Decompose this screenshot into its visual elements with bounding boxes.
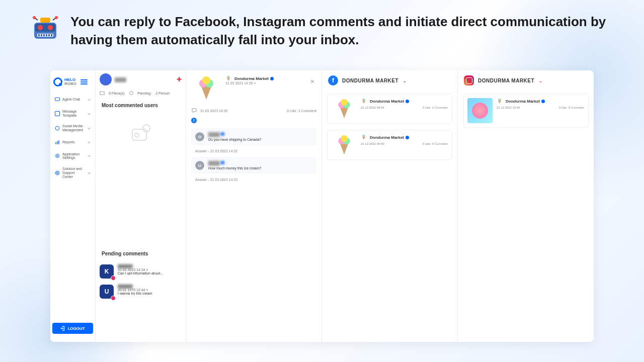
verified-icon <box>406 100 409 103</box>
timestamp: 20 01 1970 12:44 » <box>118 288 182 292</box>
sidebar-item-reports[interactable]: Reports <box>52 136 93 148</box>
channel-header-facebook[interactable]: f DONDURMA MARKET ⌄ <box>322 70 457 90</box>
commenter-name-blurred: ████ <box>208 161 312 165</box>
column-thread: Dondurma Market 31 03 2023 14:35 » × 31 … <box>186 70 322 342</box>
pending-comment-item[interactable]: U ██████ 20 01 1970 12:44 » I wanna try … <box>96 282 186 302</box>
comment-preview: Can I get information about... <box>118 272 182 275</box>
logout-button[interactable]: LOGOUT <box>52 323 93 334</box>
close-button[interactable]: × <box>308 75 316 101</box>
avatar: U <box>100 285 114 299</box>
svg-rect-11 <box>40 18 50 23</box>
clock-icon <box>129 90 134 96</box>
chat-icon <box>54 97 60 103</box>
svg-point-27 <box>129 92 133 95</box>
logout-icon <box>60 326 65 331</box>
sidebar-item-support[interactable]: Solution and Support Center <box>52 164 93 182</box>
social-icon <box>54 125 60 131</box>
instagram-badge-icon <box>111 276 116 281</box>
svg-marker-31 <box>201 86 211 100</box>
chevron-down-icon <box>87 98 91 102</box>
svg-point-25 <box>57 172 58 173</box>
post-header: Dondurma Market 31 03 2023 14:35 » × <box>186 70 321 106</box>
reports-icon <box>54 139 60 145</box>
svg-marker-49 <box>362 137 365 140</box>
svg-rect-19 <box>55 142 56 144</box>
logo-text: HELOROBO <box>64 78 76 86</box>
column-instagram: DONDURMA MARKET ⌄ Dondurma Market 21 12 … <box>458 70 594 342</box>
svg-marker-45 <box>340 144 349 155</box>
column-inbox: ████ ✚ 0 Piece(s) Pending: 2 Person Most… <box>96 70 186 342</box>
svg-rect-20 <box>57 141 58 144</box>
svg-point-14 <box>33 16 36 19</box>
most-commented-title: Most commented users <box>96 98 186 113</box>
comment-card[interactable]: O ████ Do you have shipping to Canada? <box>191 128 316 145</box>
post-author: Dondurma Market <box>361 134 448 140</box>
svg-marker-52 <box>498 101 501 104</box>
commenter-name-blurred: ██████ <box>118 264 182 268</box>
svg-marker-42 <box>362 101 365 104</box>
avatar: K <box>100 264 114 279</box>
sidebar-item-settings[interactable]: Application Settings <box>52 149 93 163</box>
svg-point-18 <box>55 126 59 130</box>
chevron-down-icon <box>87 112 91 116</box>
hamburger-icon[interactable] <box>80 79 88 84</box>
comment-preview: I wanna try this cream <box>118 292 182 295</box>
svg-rect-26 <box>100 92 104 95</box>
svg-point-37 <box>228 76 230 78</box>
sidebar-item-message-template[interactable]: Message Template <box>52 107 93 120</box>
sidebar: HELOROBO Agent Chat Message Template Soc… <box>50 70 96 342</box>
channel-header-instagram[interactable]: DONDURMA MARKET ⌄ <box>458 70 594 90</box>
svg-point-2 <box>38 25 43 30</box>
logo[interactable]: HELOROBO <box>52 74 93 89</box>
svg-point-41 <box>341 99 347 106</box>
chevron-down-icon <box>87 171 91 175</box>
chevron-down-icon: ⌄ <box>403 78 407 83</box>
cone-icon <box>497 98 503 104</box>
post-image <box>467 98 493 123</box>
svg-rect-7 <box>43 34 45 36</box>
svg-rect-5 <box>38 34 40 36</box>
verified-icon <box>406 136 409 139</box>
timestamp: 21 12 2022 09:50 <box>361 142 384 145</box>
sidebar-item-agent-chat[interactable]: Agent Chat <box>52 94 93 106</box>
add-button[interactable]: ✚ <box>177 76 182 83</box>
pending-comment-item[interactable]: K ██████ 31 03 2023 14:34 » Can I get in… <box>96 261 186 282</box>
svg-rect-16 <box>55 98 60 101</box>
commenter-avatar: U <box>195 161 204 170</box>
post-image[interactable] <box>191 75 221 101</box>
svg-point-22 <box>57 155 58 157</box>
commenter-name-blurred: ██████ <box>118 285 182 288</box>
comment-text: Do you have shipping to Canada? <box>208 138 312 141</box>
column-facebook: f DONDURMA MARKET ⌄ Dondurma Market 21 1… <box>322 70 458 342</box>
comment-text: How much money this Ice cream? <box>208 166 312 170</box>
svg-point-44 <box>363 99 365 101</box>
pending-comments-title: Pending comments <box>96 246 186 261</box>
svg-point-54 <box>499 99 501 101</box>
svg-point-3 <box>48 25 53 30</box>
verified-icon <box>541 100 545 103</box>
logo-icon <box>53 77 62 86</box>
commenter-avatar: O <box>195 132 204 141</box>
feed-post-card[interactable]: Dondurma Market 21 12 2022 09:500 Like 0… <box>327 130 452 160</box>
verified-icon <box>270 77 274 80</box>
engagement-row: 31 03 2023 14:35 0 Like 2 Comment <box>186 106 321 116</box>
feed-post-card[interactable]: Dondurma Market 21 12 2022 09:540 Like 2… <box>327 94 452 124</box>
timestamp: 21 12 2022 09:54 <box>361 106 384 109</box>
stats-row: 0 Piece(s) Pending: 2 Person <box>96 88 186 98</box>
comment-card[interactable]: U ████ How much money this Ice cream? <box>191 157 316 174</box>
facebook-icon: f <box>191 118 197 123</box>
svg-rect-21 <box>58 140 59 144</box>
robot-icon <box>30 13 60 43</box>
support-icon <box>54 170 60 176</box>
feed-post-card[interactable]: Dondurma Market 21 12 2022 10:050 Like 5… <box>463 94 589 128</box>
comment-icon <box>191 108 197 114</box>
timestamp: 31 03 2023 14:35 » <box>225 81 304 85</box>
post-author: Dondurma Market <box>225 75 304 81</box>
facebook-icon: f <box>328 75 338 85</box>
post-image <box>332 98 357 119</box>
template-icon <box>54 111 60 117</box>
user-avatar[interactable] <box>100 73 112 85</box>
sidebar-item-social-media[interactable]: Social Media Management <box>52 121 93 135</box>
chevron-down-icon: ⌄ <box>538 78 542 83</box>
post-image <box>332 134 357 155</box>
